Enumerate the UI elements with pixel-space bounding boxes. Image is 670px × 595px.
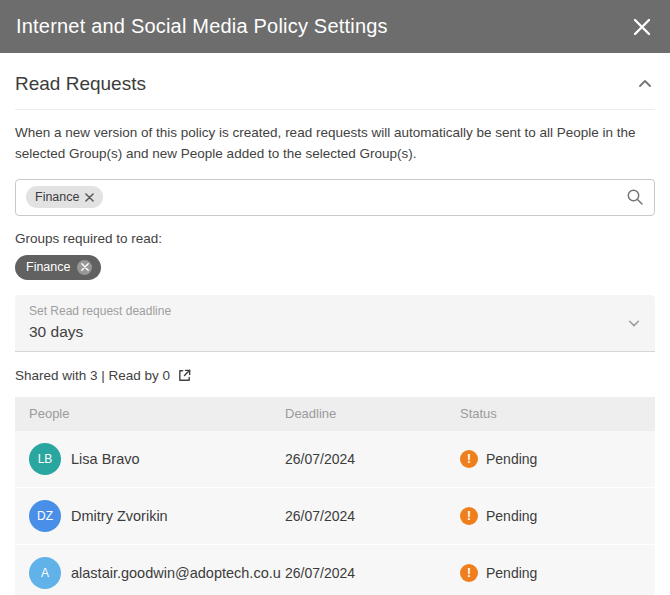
groups-required-label: Groups required to read:	[15, 231, 655, 246]
chevron-up-icon	[637, 76, 653, 92]
close-icon	[81, 263, 89, 271]
deadline-select-value: 30 days	[29, 323, 641, 341]
table-row[interactable]: LB Lisa Bravo 26/07/2024 ! Pending	[15, 431, 655, 488]
person-name: Dmitry Zvorikin	[71, 508, 168, 524]
selected-group-chip-label: Finance	[35, 190, 79, 204]
remove-group-chip-button[interactable]	[85, 193, 94, 202]
deadline-value: 26/07/2024	[285, 451, 460, 467]
close-icon	[85, 193, 94, 202]
status-cell: ! Pending	[460, 450, 655, 468]
collapse-section-button[interactable]	[637, 76, 653, 92]
deadline-value: 26/07/2024	[285, 508, 460, 524]
pending-status-icon: !	[460, 450, 478, 468]
read-requests-section-header: Read Requests	[15, 53, 655, 110]
pending-status-icon: !	[460, 507, 478, 525]
required-group-chip: Finance	[15, 255, 101, 280]
modal-body: Read Requests When a new version of this…	[0, 53, 670, 595]
column-header-deadline: Deadline	[285, 406, 460, 421]
status-badge: Pending	[486, 508, 537, 524]
section-description: When a new version of this policy is cre…	[15, 123, 645, 165]
status-badge: Pending	[486, 565, 537, 581]
status-cell: ! Pending	[460, 507, 655, 525]
search-icon	[626, 188, 644, 206]
open-read-report-button[interactable]	[177, 368, 192, 383]
table-row[interactable]: A alastair.goodwin@adoptech.co.u 26/07/2…	[15, 545, 655, 595]
column-header-people: People	[29, 406, 285, 421]
modal-header: Internet and Social Media Policy Setting…	[0, 0, 670, 53]
close-icon	[632, 17, 652, 37]
selected-group-chip: Finance	[26, 186, 103, 208]
deadline-select-caret	[627, 316, 641, 330]
group-search-input[interactable]: Finance	[15, 179, 655, 216]
pending-status-icon: !	[460, 564, 478, 582]
deadline-value: 26/07/2024	[285, 565, 460, 581]
column-header-status: Status	[460, 406, 655, 421]
search-button[interactable]	[626, 188, 644, 206]
person-name: alastair.goodwin@adoptech.co.u	[71, 565, 281, 581]
external-link-icon	[177, 368, 192, 383]
avatar: A	[29, 557, 61, 589]
deadline-select-label: Set Read request deadline	[29, 304, 641, 318]
avatar: DZ	[29, 500, 61, 532]
remove-required-group-button[interactable]	[77, 260, 92, 275]
read-requests-table: People Deadline Status LB Lisa Bravo 26/…	[15, 397, 655, 595]
person-cell: DZ Dmitry Zvorikin	[29, 500, 285, 532]
person-name: Lisa Bravo	[71, 451, 140, 467]
read-deadline-select[interactable]: Set Read request deadline 30 days	[15, 295, 655, 352]
status-badge: Pending	[486, 451, 537, 467]
modal-title: Internet and Social Media Policy Setting…	[16, 15, 388, 38]
shared-summary-row: Shared with 3 | Read by 0	[15, 368, 655, 383]
status-cell: ! Pending	[460, 564, 655, 582]
avatar: LB	[29, 443, 61, 475]
chevron-down-icon	[627, 316, 641, 330]
table-header-row: People Deadline Status	[15, 397, 655, 431]
close-button[interactable]	[632, 17, 652, 37]
person-cell: LB Lisa Bravo	[29, 443, 285, 475]
shared-summary-text: Shared with 3 | Read by 0	[15, 368, 170, 383]
person-cell: A alastair.goodwin@adoptech.co.u	[29, 557, 285, 589]
table-row[interactable]: DZ Dmitry Zvorikin 26/07/2024 ! Pending	[15, 488, 655, 545]
required-group-chip-label: Finance	[26, 260, 70, 274]
section-title: Read Requests	[15, 73, 146, 95]
